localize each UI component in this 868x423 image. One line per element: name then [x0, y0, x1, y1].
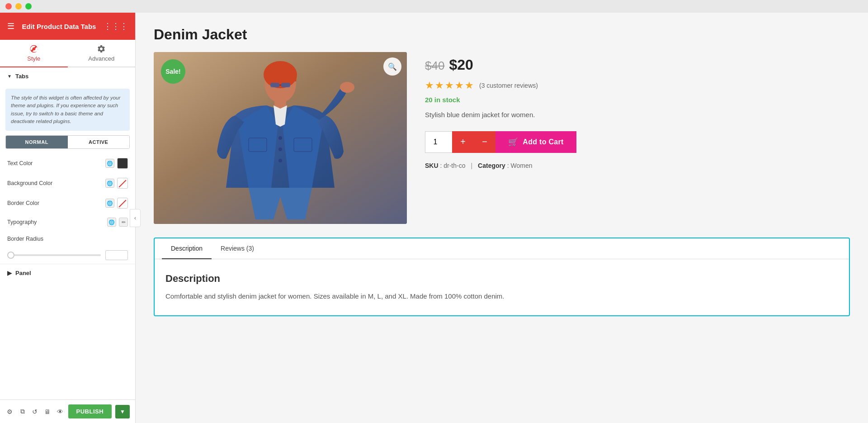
border-color-actions: 🌐 [105, 198, 128, 209]
sidebar-header: ☰ Edit Product Data Tabs ⋮⋮⋮ [0, 13, 135, 40]
svg-rect-4 [270, 83, 279, 87]
tabs-section-label: Tabs [15, 73, 28, 80]
border-radius-track [7, 254, 101, 256]
grid-icon[interactable]: ⋮⋮⋮ [104, 21, 128, 31]
layers-icon[interactable]: ⧉ [18, 405, 27, 418]
globe-icon-border[interactable]: 🌐 [105, 199, 114, 208]
tab-content-title: Description [165, 273, 838, 285]
add-to-cart-label: Add to Cart [523, 138, 563, 146]
tab-style-label: Style [27, 55, 40, 62]
product-image-container: Sale! 🔍 [154, 52, 407, 224]
typography-label: Typography [7, 219, 37, 225]
add-to-cart-button[interactable]: 🛒 Add to Cart [495, 131, 576, 153]
tab-content: Description Comfortable and stylish deni… [155, 259, 849, 315]
bg-color-swatch[interactable] [117, 178, 128, 189]
history-icon[interactable]: ↺ [30, 405, 39, 418]
bg-color-label: Background Color [7, 180, 52, 186]
product-image-svg [154, 52, 407, 224]
maximize-btn[interactable] [25, 3, 32, 10]
sidebar-bottom: ⚙ ⧉ ↺ 🖥 👁 PUBLISH ▼ [0, 399, 135, 423]
typography-actions: 🌐 ✏ [107, 218, 128, 227]
sku-label: SKU : dr-th-co [425, 162, 465, 169]
border-radius-row: Border Radius [0, 231, 135, 247]
publish-button[interactable]: PUBLISH [68, 404, 112, 418]
tabs-section: Description Reviews (3) Description Comf… [154, 238, 850, 316]
gear-icon [97, 44, 106, 53]
arrow-icon: ▼ [7, 74, 12, 79]
globe-icon-text[interactable]: 🌐 [105, 159, 114, 168]
tab-style[interactable]: Style [0, 40, 68, 67]
sale-badge: Sale! [161, 59, 185, 84]
info-box: The style of this widget is often affect… [5, 89, 130, 131]
desktop-icon[interactable]: 🖥 [43, 405, 52, 418]
price-sale: $20 [449, 57, 473, 73]
close-btn[interactable] [5, 3, 12, 10]
border-color-label: Border Color [7, 200, 39, 206]
tab-description[interactable]: Description [162, 238, 212, 259]
panel-section-header[interactable]: ▶ Panel [0, 264, 135, 282]
info-box-text: The style of this widget is often affect… [11, 95, 120, 124]
globe-icon-bg[interactable]: 🌐 [105, 179, 114, 188]
tabs-nav: Description Reviews (3) [155, 238, 849, 259]
sidebar-content: ▼ Tabs The style of this widget is often… [0, 67, 135, 399]
border-radius-label: Border Radius [7, 236, 43, 242]
product-description: Stylish blue denim jacket for women. [425, 110, 850, 120]
sidebar-header-title: Edit Product Data Tabs [22, 23, 96, 30]
border-radius-slider-row [0, 247, 135, 264]
bg-color-actions: 🌐 [105, 178, 128, 189]
border-radius-input[interactable] [105, 250, 128, 260]
panel-section-label: Panel [15, 270, 31, 276]
meta-row: SKU : dr-th-co | Category : Women [425, 162, 850, 169]
text-color-label: Text Color [7, 160, 33, 166]
sidebar: ☰ Edit Product Data Tabs ⋮⋮⋮ Style Advan… [0, 13, 136, 423]
border-color-swatch[interactable] [117, 198, 128, 209]
cart-icon: 🛒 [508, 137, 518, 147]
stars-row: ★★★★★ (3 customer reviews) [425, 80, 850, 91]
svg-point-10 [278, 147, 282, 151]
window-chrome [0, 0, 868, 13]
tab-reviews[interactable]: Reviews (3) [212, 238, 263, 259]
svg-point-11 [278, 159, 282, 162]
minimize-btn[interactable] [15, 3, 22, 10]
normal-active-toggle: NORMAL ACTIVE [5, 135, 130, 149]
pencil-icon-typo[interactable]: ✏ [119, 218, 128, 227]
price-original: $40 [425, 59, 444, 73]
svg-rect-5 [281, 83, 290, 87]
settings-icon[interactable]: ⚙ [5, 405, 14, 418]
hamburger-icon[interactable]: ☰ [7, 21, 14, 31]
toggle-normal[interactable]: NORMAL [6, 136, 68, 148]
category-label: Category : Women [478, 162, 532, 169]
qty-plus-button[interactable]: + [452, 131, 474, 153]
product-details: $40 $20 ★★★★★ (3 customer reviews) 20 in… [425, 52, 850, 224]
quantity-input[interactable] [425, 131, 452, 153]
text-color-actions: 🌐 [105, 158, 128, 169]
stars: ★★★★★ [425, 80, 475, 91]
border-color-row: Border Color 🌐 [0, 193, 135, 213]
qty-minus-button[interactable]: − [474, 131, 495, 153]
globe-icon-typo[interactable]: 🌐 [107, 218, 116, 227]
style-icon [29, 44, 38, 53]
eye-icon[interactable]: 👁 [56, 405, 65, 418]
border-radius-thumb[interactable] [7, 252, 14, 259]
tab-advanced-label: Advanced [88, 55, 114, 62]
meta-separator: | [471, 162, 472, 169]
svg-point-9 [278, 136, 282, 140]
collapse-handle[interactable]: ‹ [130, 209, 141, 227]
product-title: Denim Jacket [154, 26, 850, 43]
tab-content-text: Comfortable and stylish denim jacket for… [165, 291, 838, 302]
search-button[interactable]: 🔍 [383, 57, 401, 76]
stock-status: 20 in stock [425, 96, 850, 104]
publish-arrow-button[interactable]: ▼ [115, 405, 130, 418]
add-to-cart-row: + − 🛒 Add to Cart [425, 131, 850, 153]
tab-advanced[interactable]: Advanced [68, 40, 136, 67]
text-color-swatch[interactable] [117, 158, 128, 169]
reviews-count: (3 customer reviews) [479, 82, 538, 89]
product-image [154, 52, 407, 224]
bg-color-row: Background Color 🌐 [0, 173, 135, 193]
sidebar-tabs: Style Advanced [0, 40, 135, 67]
price-row: $40 $20 [425, 57, 850, 73]
main-content: Denim Jacket Sale! 🔍 [136, 13, 868, 423]
tabs-section-header[interactable]: ▼ Tabs [0, 67, 135, 85]
panel-arrow-icon: ▶ [7, 270, 12, 276]
toggle-active[interactable]: ACTIVE [68, 136, 130, 148]
